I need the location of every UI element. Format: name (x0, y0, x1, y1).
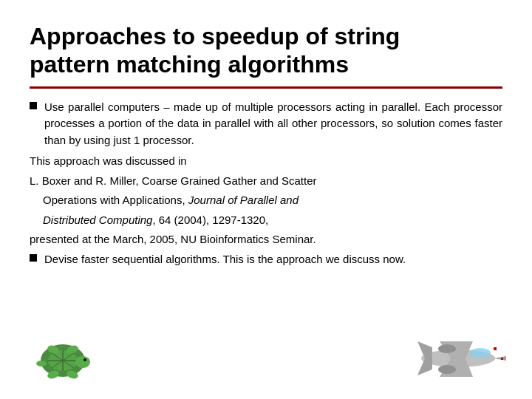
slide-content: Use parallel computers – made up of mult… (30, 99, 502, 268)
svg-marker-14 (494, 356, 506, 361)
svg-marker-18 (417, 358, 432, 375)
svg-rect-23 (501, 358, 503, 360)
bullet-square-2 (30, 254, 37, 262)
svg-point-20 (438, 365, 456, 374)
bullet-text-2: Devise faster sequential algorithms. Thi… (44, 251, 502, 268)
svg-point-8 (36, 361, 47, 366)
speed-divider (111, 358, 384, 359)
para3-italic: Journal of Parallel and (188, 194, 299, 206)
title-line1: Approaches to speedup of string (30, 23, 400, 50)
svg-rect-22 (494, 347, 497, 350)
paragraph-1: This approach was discussed in (30, 153, 502, 170)
slide: Approaches to speedup of string pattern … (0, 0, 532, 399)
paragraph-4: Distributed Computing, 64 (2004), 1297-1… (30, 212, 502, 229)
paragraph-5: presented at the March, 2005, NU Bioinfo… (30, 231, 502, 248)
para1-text: This approach was discussed in (30, 154, 187, 167)
jet-icon (392, 325, 510, 392)
bullet-text-1: Use parallel computers – made up of mult… (44, 99, 502, 149)
slide-title: Approaches to speedup of string pattern … (30, 22, 502, 79)
para3-plain: Operations with Applications, (43, 194, 188, 206)
bullet-item-1: Use parallel computers – made up of mult… (30, 99, 502, 149)
para5-text: presented at the March, 2005, NU Bioinfo… (30, 233, 316, 245)
svg-point-15 (470, 348, 491, 358)
title-line2: pattern matching algorithms (30, 51, 349, 78)
svg-marker-19 (417, 341, 432, 358)
bullet-square-1 (30, 102, 37, 109)
bottom-images (0, 325, 532, 392)
paragraph-3: Operations with Applications, Journal of… (30, 192, 502, 209)
turtle-icon (22, 325, 103, 392)
title-divider (30, 86, 502, 89)
para4-plain: , 64 (2004), 1297-1320, (152, 214, 268, 226)
paragraph-2: L. Boxer and R. Miller, Coarse Grained G… (30, 173, 502, 190)
svg-point-21 (438, 344, 456, 353)
svg-point-6 (75, 356, 90, 368)
para2-text: L. Boxer and R. Miller, Coarse Grained G… (30, 174, 317, 187)
svg-point-7 (83, 358, 86, 361)
bullet-item-2: Devise faster sequential algorithms. Thi… (30, 251, 502, 268)
para4-italic: Distributed Computing (43, 214, 152, 226)
